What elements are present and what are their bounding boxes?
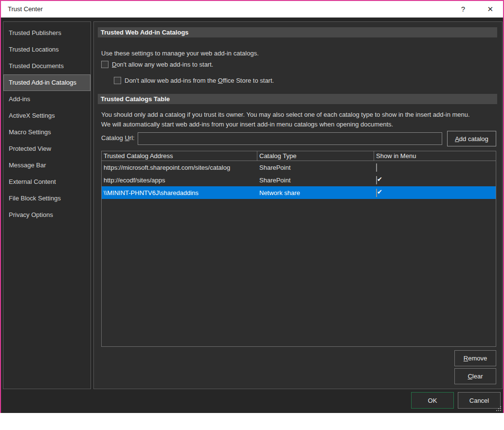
sidebar-item-privacy-options[interactable]: Privacy Options	[3, 207, 90, 223]
dont-allow-any-addins-label: Don't allow any web add-ins to start.	[112, 61, 213, 68]
catalog-type: Network share	[257, 189, 374, 197]
dont-allow-store-addins-label: Don't allow web add-ins from the Office …	[125, 77, 274, 84]
resize-grip-icon[interactable]	[496, 406, 502, 412]
cancel-button[interactable]: Cancel	[458, 392, 501, 409]
sidebar-item-message-bar[interactable]: Message Bar	[3, 157, 90, 174]
column-header-show-in-menu: Show in Menu	[374, 151, 496, 161]
catalog-address: https://microsoft.sharepoint.com/sites/c…	[102, 164, 257, 171]
table-row[interactable]: http://ecodf/sites/apps SharePoint	[102, 174, 496, 186]
show-in-menu-checkbox[interactable]	[376, 189, 377, 197]
main-panel: Trusted Web Add-in Catalogs Use these se…	[93, 21, 503, 389]
show-in-menu-checkbox[interactable]	[376, 163, 377, 172]
catalog-url-input[interactable]	[138, 132, 442, 145]
sidebar-item-trusted-addin-catalogs[interactable]: Trusted Add-in Catalogs	[3, 74, 90, 91]
sidebar-item-trusted-documents[interactable]: Trusted Documents	[3, 58, 90, 74]
sidebar-item-trusted-publishers[interactable]: Trusted Publishers	[3, 25, 90, 41]
dont-allow-any-addins-row: Don't allow any web add-ins to start.	[101, 61, 213, 68]
help-icon[interactable]: ?	[461, 1, 465, 18]
dont-allow-any-addins-checkbox[interactable]	[101, 61, 108, 68]
section-header-trusted-catalogs-table: Trusted Catalogs Table	[98, 94, 497, 104]
web-addin-description: Use these settings to manage your web ad…	[101, 50, 259, 57]
sidebar-item-activex-settings[interactable]: ActiveX Settings	[3, 108, 90, 124]
ok-button[interactable]: OK	[411, 392, 454, 409]
column-header-type: Catalog Type	[257, 151, 374, 161]
trusted-catalogs-table: Trusted Catalog Address Catalog Type Sho…	[101, 151, 496, 347]
dont-allow-store-addins-row: Don't allow web add-ins from the Office …	[114, 77, 274, 84]
close-icon[interactable]: ✕	[487, 1, 493, 18]
sidebar-item-file-block-settings[interactable]: File Block Settings	[3, 190, 90, 207]
table-row[interactable]: \\MININT-PHNTV6J\sharedaddins Network sh…	[102, 186, 496, 199]
catalog-address: http://ecodf/sites/apps	[102, 177, 257, 184]
catalog-type: SharePoint	[257, 177, 374, 184]
sidebar-item-macro-settings[interactable]: Macro Settings	[3, 124, 90, 141]
section-header-web-addin-catalogs: Trusted Web Add-in Catalogs	[98, 27, 497, 37]
table-row[interactable]: https://microsoft.sharepoint.com/sites/c…	[102, 161, 496, 174]
dont-allow-store-addins-checkbox[interactable]	[114, 77, 121, 84]
window-title: Trust Center	[8, 1, 43, 18]
column-header-address: Trusted Catalog Address	[102, 151, 257, 161]
title-bar: Trust Center ? ✕	[1, 1, 503, 18]
trust-center-dialog: Trust Center ? ✕ Trusted Publishers Trus…	[0, 0, 504, 413]
sidebar-item-external-content[interactable]: External Content	[3, 174, 90, 190]
catalog-address: \\MININT-PHNTV6J\sharedaddins	[102, 189, 257, 197]
add-catalog-button[interactable]: Add catalog	[447, 131, 496, 146]
trusted-catalogs-description: You should only add a catalog if you tru…	[101, 110, 471, 129]
catalog-type: SharePoint	[257, 164, 374, 171]
clear-button[interactable]: Clear	[454, 368, 496, 384]
remove-button[interactable]: Remove	[454, 350, 496, 366]
sidebar-item-protected-view[interactable]: Protected View	[3, 141, 90, 157]
sidebar: Trusted Publishers Trusted Locations Tru…	[3, 21, 91, 389]
table-header-row: Trusted Catalog Address Catalog Type Sho…	[102, 151, 496, 161]
sidebar-item-trusted-locations[interactable]: Trusted Locations	[3, 41, 90, 58]
sidebar-item-addins[interactable]: Add-ins	[3, 91, 90, 108]
catalog-url-label: Catalog Url:	[101, 134, 135, 142]
show-in-menu-checkbox[interactable]	[376, 176, 377, 184]
